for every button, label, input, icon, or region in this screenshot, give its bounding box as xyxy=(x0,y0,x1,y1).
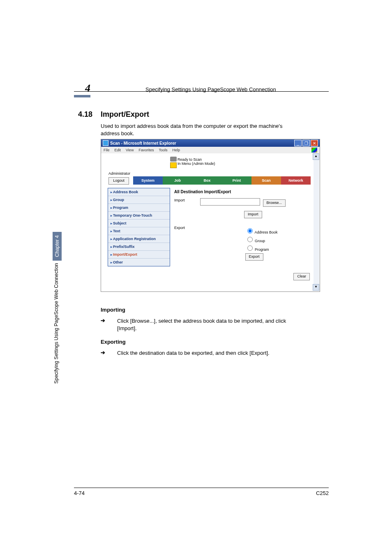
close-button[interactable]: ✕ xyxy=(311,140,318,146)
menu-file[interactable]: File xyxy=(104,148,110,152)
status-block: Ready to Scan In Menu (Admin Mode) xyxy=(170,157,215,166)
radio-address-book[interactable]: Address Book xyxy=(245,227,278,234)
side-chapter-tab: Chapter 4 xyxy=(53,232,62,261)
exporting-arrow-icon: ➔ xyxy=(101,349,105,356)
footer-rule xyxy=(74,488,329,488)
main-panel: All Destination Import/Export Import Bro… xyxy=(174,188,311,287)
clear-button[interactable]: Clear xyxy=(293,273,310,280)
importing-text: Click [Browse...], select the address bo… xyxy=(117,317,294,332)
screenshot-window: Scan - Microsoft Internet Explorer _ ❐ ✕… xyxy=(101,139,320,292)
sidebar-item-subject[interactable]: Subject xyxy=(108,219,170,227)
side-label: Specifying Settings Using PageScope Web … xyxy=(53,263,61,384)
menu-edit[interactable]: Edit xyxy=(115,148,121,152)
radio-group[interactable]: Group xyxy=(245,236,278,243)
menu-bar: File Edit View Favorites Tools Help xyxy=(101,147,320,153)
export-button[interactable]: Export xyxy=(245,253,263,261)
exporting-heading: Exporting xyxy=(101,339,126,345)
sidebar-item-text[interactable]: Text xyxy=(108,227,170,235)
ie-icon xyxy=(103,140,108,146)
footer-page-number: 4-74 xyxy=(74,490,85,496)
status-ready: Ready to Scan xyxy=(178,157,215,162)
sidebar-item-address-book[interactable]: Address Book xyxy=(108,188,170,196)
import-area: Import Browse... Import xyxy=(174,198,311,218)
browser-content: ▲ ▼ Ready to Scan In Menu (Admin Mode) A… xyxy=(101,153,320,291)
import-label: Import xyxy=(174,198,199,202)
tab-box[interactable]: Box xyxy=(192,176,222,185)
header-rule xyxy=(74,91,329,92)
chapter-number: 4 xyxy=(74,82,90,95)
window-title: Scan - Microsoft Internet Explorer xyxy=(110,141,293,146)
section-title: Import/Export xyxy=(101,110,149,119)
sidebar-item-prefix-suffix[interactable]: Prefix/Suffix xyxy=(108,243,170,250)
maximize-button[interactable]: ❐ xyxy=(302,140,310,146)
tab-network[interactable]: Network xyxy=(281,176,311,185)
scroll-up-button[interactable]: ▲ xyxy=(313,153,319,160)
top-tabs: System Job Box Print Scan Network xyxy=(133,176,311,185)
chapter-underline xyxy=(74,95,90,97)
footer-model: C252 xyxy=(316,490,329,496)
tab-system[interactable]: System xyxy=(133,176,163,185)
scrollbar[interactable] xyxy=(314,160,319,284)
sidebar-item-program[interactable]: Program xyxy=(108,204,170,211)
export-area: Export Address Book Group Program Export xyxy=(174,226,311,261)
export-label: Export xyxy=(174,226,199,230)
sidebar-item-application-registration[interactable]: Application Registration xyxy=(108,235,170,243)
sidebar-item-group[interactable]: Group xyxy=(108,196,170,204)
tab-job[interactable]: Job xyxy=(163,176,192,185)
logout-button[interactable]: Logout xyxy=(108,177,129,185)
menu-tools[interactable]: Tools xyxy=(159,148,167,152)
tab-scan[interactable]: Scan xyxy=(251,176,281,185)
import-button[interactable]: Import xyxy=(244,211,262,218)
sidebar-item-other[interactable]: Other xyxy=(108,258,170,266)
import-file-input[interactable] xyxy=(200,198,260,206)
radio-program[interactable]: Program xyxy=(245,244,278,252)
exporting-text: Click the destination data to be exporte… xyxy=(117,349,294,357)
window-title-bar: Scan - Microsoft Internet Explorer _ ❐ ✕ xyxy=(101,139,320,147)
status-mode: In Menu (Admin Mode) xyxy=(178,162,215,166)
scroll-down-button[interactable]: ▼ xyxy=(313,284,319,291)
sidebar-item-temporary-one-touch[interactable]: Temporary One-Touch xyxy=(108,211,170,219)
menu-help[interactable]: Help xyxy=(172,148,180,152)
sidebar-item-import-export[interactable]: Import/Export xyxy=(108,250,170,258)
menu-view[interactable]: View xyxy=(126,148,134,152)
section-description: Used to import address book data from th… xyxy=(101,123,294,137)
windows-flag-icon xyxy=(311,148,317,153)
minimize-button[interactable]: _ xyxy=(294,140,302,146)
panel-title: All Destination Import/Export xyxy=(174,190,311,194)
browse-button[interactable]: Browse... xyxy=(263,199,286,207)
menu-favorites[interactable]: Favorites xyxy=(138,148,154,152)
tab-print[interactable]: Print xyxy=(222,176,251,185)
section-number: 4.18 xyxy=(78,110,92,119)
importing-heading: Importing xyxy=(101,307,125,313)
importing-arrow-icon: ➔ xyxy=(101,317,105,324)
side-menu: Address Book Group Program Temporary One… xyxy=(108,188,170,266)
administrator-label: Administrator xyxy=(108,171,130,176)
